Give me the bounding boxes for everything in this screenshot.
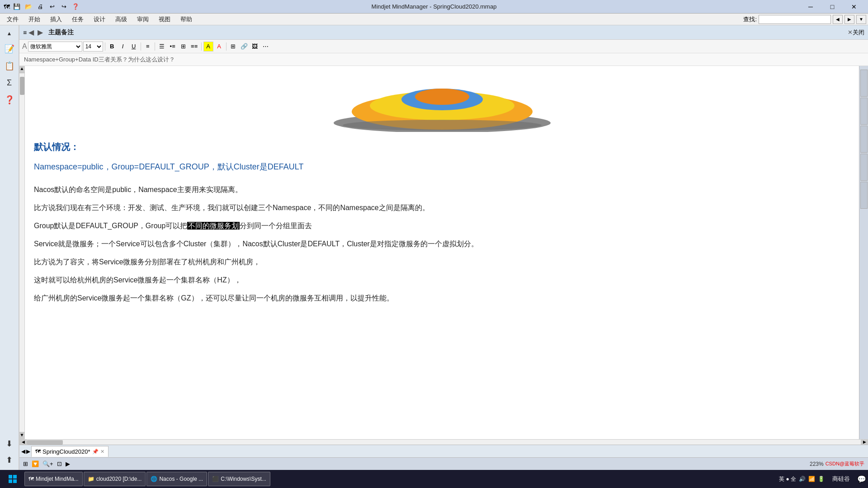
edge-tab-1[interactable] (860, 70, 868, 97)
taskbar-input-mode[interactable]: 英 ● 全 (779, 475, 796, 483)
menu-review[interactable]: 审阅 (132, 14, 154, 25)
para1-line1: Nacos默认的命名空间是public，Namespace主要用来实现隔离。 (34, 183, 850, 197)
menu-start[interactable]: 开始 (24, 14, 45, 25)
notification-btn[interactable]: 💬 (857, 475, 866, 483)
taskbar-nacos[interactable]: 🌐 Nacos - Google ... (146, 472, 207, 486)
more-btn[interactable]: ⋯ (261, 42, 271, 52)
zoom-label: 223% (810, 461, 824, 467)
quick-undo[interactable]: ↩ (47, 2, 57, 12)
edge-tab-3[interactable] (860, 126, 868, 153)
tab-bar: ◀ ▶ 🗺 SpringCloud2020* 📌 ✕ (19, 445, 868, 457)
para3-line2: 比方说为了容灾，将Service微服务分别部署在了杭州机房和广州机房， (34, 255, 850, 269)
menu-help[interactable]: 帮助 (175, 14, 197, 25)
quick-help[interactable]: ❓ (71, 2, 80, 12)
panel-x-btn[interactable]: ✕ (848, 29, 853, 36)
tab-close-btn[interactable]: ✕ (100, 449, 104, 455)
taskbar-cloud2020[interactable]: 📁 cloud2020 [D:\de... (84, 472, 146, 486)
tab-springcloud2020[interactable]: 🗺 SpringCloud2020* 📌 ✕ (31, 446, 108, 457)
taskbar-battery[interactable]: 🔋 (818, 476, 825, 482)
list1-btn[interactable]: ☰ (157, 42, 167, 52)
sidebar-arrow-up[interactable]: ▲ (1, 27, 18, 40)
taskbar-sound[interactable]: 🔊 (799, 476, 806, 482)
image-btn[interactable]: 🖼 (250, 42, 260, 52)
minimize-button[interactable]: ─ (800, 0, 821, 13)
app-icon: 🗺 (4, 3, 10, 10)
search-prev[interactable]: ◀ (833, 15, 843, 24)
panel-nav-icon: ≡ (23, 29, 27, 36)
taskbar-nacos-icon: 🌐 (151, 476, 157, 482)
status-filter[interactable]: 🔽 (32, 460, 39, 467)
italic-btn[interactable]: I (118, 42, 128, 52)
panel-next-btn[interactable]: ▶ (36, 28, 45, 37)
search-menu[interactable]: ▼ (856, 15, 866, 24)
edge-tab-4[interactable] (860, 154, 868, 181)
font-color-btn[interactable]: A (214, 42, 224, 52)
taskbar-cmd[interactable]: ⬛ C:\Windows\Syst... (208, 472, 270, 486)
menu-insert[interactable]: 插入 (45, 14, 67, 25)
search-input[interactable] (759, 15, 831, 24)
search-next[interactable]: ▶ (844, 15, 854, 24)
menu-design[interactable]: 设计 (89, 14, 110, 25)
taskbar-network[interactable]: 📶 (808, 476, 815, 482)
sidebar-manage[interactable]: 📋 (1, 58, 18, 74)
search-label: 查找: (743, 15, 757, 23)
start-button[interactable] (2, 471, 24, 487)
taskbar-mindjet[interactable]: 🗺 Mindjet MindMa... (24, 472, 83, 486)
taskbar-cloud2020-label: cloud2020 [D:\de... (96, 476, 142, 482)
bold-btn[interactable]: B (107, 42, 117, 52)
list3-btn[interactable]: ⊞ (179, 42, 189, 52)
status-icon1[interactable]: ⊞ (23, 460, 28, 467)
status-present[interactable]: ▶ (66, 460, 70, 467)
taskbar-mindjet-label: Mindjet MindMa... (36, 476, 79, 482)
svg-rect-7 (13, 475, 17, 479)
quick-save[interactable]: 💾 (12, 2, 22, 12)
quick-open[interactable]: 📂 (24, 2, 33, 12)
list2-btn[interactable]: •≡ (168, 42, 178, 52)
highlight-btn[interactable]: A (203, 42, 213, 52)
hscroll-left[interactable]: ◀ (19, 440, 27, 445)
edge-tab-5[interactable] (860, 182, 868, 209)
menu-advanced[interactable]: 高级 (110, 14, 132, 25)
para3-line3: 这时就可以给杭州机房的Service微服务起一个集群名称（HZ）， (34, 273, 850, 287)
quick-redo[interactable]: ↪ (59, 2, 69, 12)
table-btn[interactable]: ⊞ (228, 42, 238, 52)
size-select[interactable]: 14 (83, 42, 103, 52)
breadcrumb-text: Namespace+Group+Data ID三者关系？为什么这么设计？ (24, 56, 175, 64)
list4-btn[interactable]: ≡≡ (189, 42, 199, 52)
panel-close-label[interactable]: 关闭 (853, 28, 864, 37)
close-button[interactable]: ✕ (844, 0, 864, 13)
hscroll-thumb[interactable] (27, 440, 63, 445)
scrollbar-up-btn[interactable]: ▲ (19, 66, 25, 73)
link-btn[interactable]: 🔗 (239, 42, 249, 52)
taskbar-cmd-label: C:\Windows\Syst... (221, 476, 266, 482)
content-area[interactable]: 默认情况： Namespace=public，Group=DEFAULT_GRO… (25, 66, 859, 439)
sidebar-notes[interactable]: 📝 (1, 41, 18, 57)
underline-btn[interactable]: U (129, 42, 139, 52)
window-title: Mindjet MindManager - SpringCloud2020.mm… (372, 3, 497, 10)
menu-file[interactable]: 文件 (2, 14, 24, 25)
hscroll-right[interactable]: ▶ (861, 440, 868, 445)
align-left-btn[interactable]: ≡ (143, 42, 153, 52)
tab-prev-btn[interactable]: ◀ (21, 448, 25, 455)
status-fit[interactable]: ⊡ (57, 460, 62, 467)
para1-line2: 比方说我们现在有三个环境：开发、测试、生产环境，我们就可以创建三个Namespa… (34, 201, 850, 215)
sidebar-question[interactable]: ❓ (1, 92, 18, 108)
scrollbar-down-btn[interactable]: ▼ (19, 432, 25, 439)
menu-view[interactable]: 视图 (154, 14, 175, 25)
windows-taskbar: 🗺 Mindjet MindMa... 📁 cloud2020 [D:\de..… (0, 470, 868, 488)
csdn-link[interactable]: CSDN@蓝莓软乎 (826, 460, 864, 467)
edge-tab-2[interactable] (860, 98, 868, 125)
sidebar-symbol[interactable]: Σ (1, 75, 18, 91)
tab-pin-btn[interactable]: 📌 (92, 449, 99, 455)
annotations-panel: ≡ ◀ ▶ 主题备注 ✕ 关闭 A 微软雅黑 14 B I U ≡ ☰ •≡ ⊞ (19, 25, 868, 470)
maximize-button[interactable]: □ (822, 0, 843, 13)
scrollbar-thumb[interactable] (20, 77, 24, 95)
panel-prev-btn[interactable]: ◀ (27, 28, 36, 37)
quick-print[interactable]: 🖨 (35, 2, 45, 12)
font-select[interactable]: 微软雅黑 (28, 42, 82, 52)
menu-task[interactable]: 任务 (67, 14, 89, 25)
tab-next-btn[interactable]: ▶ (26, 448, 30, 455)
status-zoom-in[interactable]: 🔍+ (42, 460, 53, 467)
sidebar-bottom1[interactable]: ⬇ (1, 436, 18, 452)
sidebar-bottom2[interactable]: ⬆ (1, 452, 18, 468)
